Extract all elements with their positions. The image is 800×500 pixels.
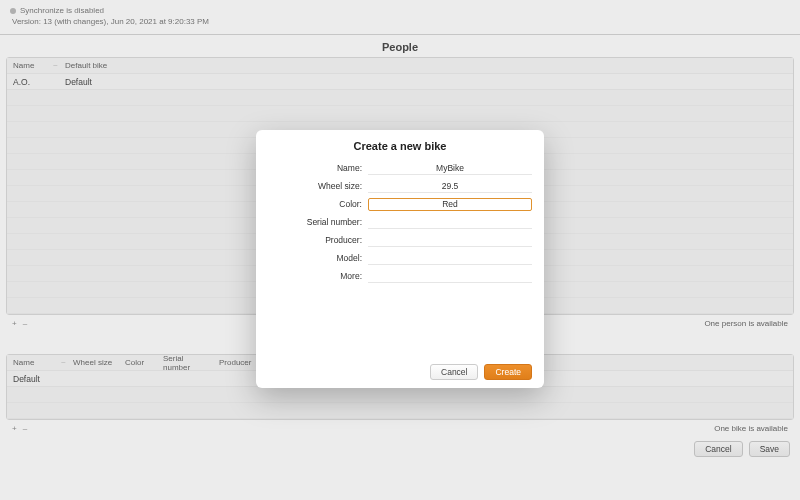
create-bike-modal: Create a new bike Name: Wheel size: Colo… — [256, 130, 544, 388]
modal-create-button[interactable]: Create — [484, 364, 532, 380]
input-color[interactable] — [368, 198, 532, 211]
input-wheel[interactable] — [368, 179, 532, 193]
input-more[interactable] — [368, 269, 532, 283]
modal-title: Create a new bike — [268, 140, 532, 152]
input-producer[interactable] — [368, 233, 532, 247]
modal-backdrop: Create a new bike Name: Wheel size: Colo… — [0, 0, 800, 500]
label-name: Name: — [268, 163, 368, 173]
label-model: Model: — [268, 253, 368, 263]
modal-cancel-button[interactable]: Cancel — [430, 364, 478, 380]
modal-button-row: Cancel Create — [268, 364, 532, 380]
label-color: Color: — [268, 199, 368, 209]
input-model[interactable] — [368, 251, 532, 265]
label-producer: Producer: — [268, 235, 368, 245]
label-wheel: Wheel size: — [268, 181, 368, 191]
label-more: More: — [268, 271, 368, 281]
label-serial: Serial number: — [268, 217, 368, 227]
input-name[interactable] — [368, 161, 532, 175]
input-serial[interactable] — [368, 215, 532, 229]
